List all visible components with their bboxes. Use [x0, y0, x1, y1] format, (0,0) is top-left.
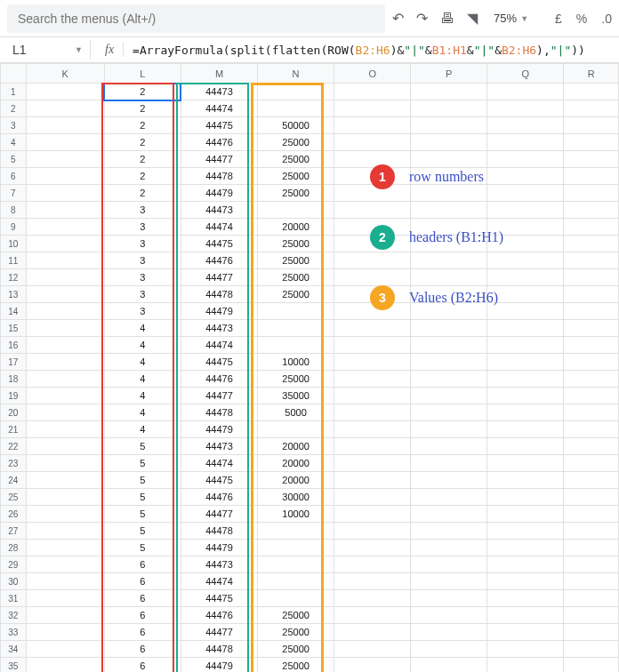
cell[interactable]: [26, 455, 104, 472]
cell[interactable]: 44475: [181, 236, 257, 252]
zoom-dropdown[interactable]: 75% ▼: [485, 12, 537, 25]
cell[interactable]: [564, 472, 619, 489]
cell[interactable]: [334, 641, 411, 658]
row-header[interactable]: 31: [1, 590, 27, 607]
formula-input[interactable]: =ArrayFormula(split(flatten(ROW(B2:H6)&"…: [129, 44, 585, 57]
cell[interactable]: 25000: [258, 641, 334, 658]
cell[interactable]: [334, 354, 411, 371]
cell[interactable]: [26, 286, 104, 303]
row-header[interactable]: 4: [1, 134, 27, 151]
cell[interactable]: 44479: [181, 185, 257, 202]
row-header[interactable]: 2: [1, 100, 27, 117]
cell[interactable]: 2: [104, 117, 181, 134]
column-header[interactable]: N: [258, 64, 334, 84]
cell[interactable]: [487, 590, 564, 607]
cell[interactable]: [411, 556, 487, 573]
cell[interactable]: 44475: [181, 354, 257, 371]
column-header[interactable]: P: [411, 64, 487, 84]
cell[interactable]: 44476: [181, 371, 257, 388]
row-header[interactable]: 6: [1, 168, 27, 185]
cell[interactable]: [411, 455, 487, 472]
cell[interactable]: 5: [104, 455, 181, 472]
cell[interactable]: [487, 438, 564, 455]
row-header[interactable]: 15: [1, 320, 27, 337]
cell[interactable]: 25000: [258, 252, 334, 269]
cell[interactable]: [26, 371, 104, 388]
cell[interactable]: [26, 438, 104, 455]
cell[interactable]: [487, 455, 564, 472]
row-header[interactable]: 23: [1, 455, 27, 472]
cell[interactable]: [411, 489, 487, 506]
cell[interactable]: [26, 151, 104, 168]
cell[interactable]: 44473: [181, 438, 257, 455]
cell[interactable]: 10000: [258, 354, 334, 371]
cell[interactable]: 25000: [258, 151, 334, 168]
cell[interactable]: [487, 523, 564, 540]
cell[interactable]: 3: [104, 252, 181, 269]
cell[interactable]: 44474: [181, 573, 257, 590]
cell[interactable]: [564, 303, 619, 320]
cell[interactable]: [26, 556, 104, 573]
cell[interactable]: 20000: [258, 219, 334, 236]
cell[interactable]: [334, 658, 411, 673]
cell[interactable]: 5: [104, 489, 181, 506]
cell[interactable]: [26, 540, 104, 556]
cell[interactable]: 25000: [258, 286, 334, 303]
cell[interactable]: [26, 269, 104, 286]
cell[interactable]: [26, 168, 104, 185]
column-header[interactable]: M: [181, 64, 257, 84]
spreadsheet-grid[interactable]: K L M N O P Q R 124447322444743244475500…: [0, 63, 619, 672]
row-header[interactable]: 7: [1, 185, 27, 202]
column-header[interactable]: R: [564, 64, 619, 84]
cell[interactable]: [26, 607, 104, 624]
cell[interactable]: [487, 421, 564, 438]
cell[interactable]: [26, 134, 104, 151]
cell[interactable]: [564, 624, 619, 641]
cell[interactable]: [26, 320, 104, 337]
cell[interactable]: [564, 438, 619, 455]
row-header[interactable]: 14: [1, 303, 27, 320]
row-header[interactable]: 21: [1, 421, 27, 438]
cell[interactable]: [564, 269, 619, 286]
cell[interactable]: 6: [104, 641, 181, 658]
cell[interactable]: 2: [104, 84, 181, 100]
cell[interactable]: 25000: [258, 236, 334, 252]
undo-icon[interactable]: ↶: [392, 10, 404, 27]
cell[interactable]: [564, 404, 619, 421]
cell[interactable]: 25000: [258, 269, 334, 286]
cell[interactable]: [564, 421, 619, 438]
cell[interactable]: [334, 455, 411, 472]
cell[interactable]: 44478: [181, 523, 257, 540]
row-header[interactable]: 30: [1, 573, 27, 590]
corner-cell[interactable]: [1, 64, 27, 84]
cell[interactable]: 44477: [181, 624, 257, 641]
cell[interactable]: [26, 641, 104, 658]
cell[interactable]: [411, 472, 487, 489]
cell[interactable]: [564, 202, 619, 219]
cell[interactable]: [334, 540, 411, 556]
cell[interactable]: 44476: [181, 134, 257, 151]
cell[interactable]: 6: [104, 624, 181, 641]
cell[interactable]: [564, 168, 619, 185]
row-header[interactable]: 13: [1, 286, 27, 303]
cell[interactable]: 25000: [258, 185, 334, 202]
cell[interactable]: 44479: [181, 658, 257, 673]
cell[interactable]: 44477: [181, 151, 257, 168]
cell[interactable]: [564, 371, 619, 388]
cell[interactable]: [334, 556, 411, 573]
cell[interactable]: 44477: [181, 506, 257, 523]
cell[interactable]: 5: [104, 438, 181, 455]
cell[interactable]: 44479: [181, 421, 257, 438]
cell[interactable]: [258, 337, 334, 354]
cell[interactable]: [334, 489, 411, 506]
cell[interactable]: [564, 354, 619, 371]
row-header[interactable]: 16: [1, 337, 27, 354]
cell[interactable]: 2: [104, 185, 181, 202]
cell[interactable]: [564, 84, 619, 100]
cell[interactable]: 44476: [181, 489, 257, 506]
cell[interactable]: [564, 219, 619, 236]
cell[interactable]: 5: [104, 506, 181, 523]
row-header[interactable]: 20: [1, 404, 27, 421]
cell[interactable]: 25000: [258, 371, 334, 388]
cell[interactable]: [26, 354, 104, 371]
